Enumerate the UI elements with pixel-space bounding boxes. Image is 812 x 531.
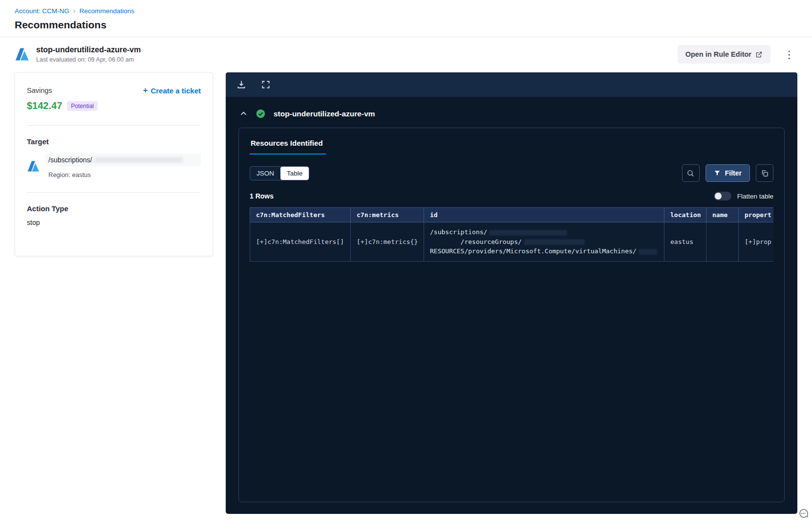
viewer-body: stop-underutilized-azure-vm Resources Id… — [226, 97, 797, 514]
target-region: Region: eastus — [45, 171, 201, 178]
tabs-row: Resources Identified — [250, 138, 773, 155]
viewer-rule-title: stop-underutilized-azure-vm — [274, 110, 375, 118]
flatten-label: Flatten table — [737, 193, 773, 200]
cell-properties-expander[interactable]: [+]prop — [739, 222, 774, 262]
view-mode-table[interactable]: Table — [280, 167, 309, 180]
resources-table: c7n:MatchedFilters c7n:metrics id locati… — [250, 207, 773, 262]
plus-icon: + — [143, 86, 148, 95]
filter-label: Filter — [725, 169, 742, 177]
chevron-up-icon[interactable] — [239, 110, 248, 118]
action-type-value: stop — [27, 219, 201, 226]
main-content: Savings + Create a ticket $142.47 Potent… — [0, 72, 812, 514]
cell-metrics-expander[interactable]: [+]c7n:metrics{} — [351, 222, 424, 262]
id-line-3: RESOURCES/providers/Microsoft.Compute/vi… — [430, 247, 637, 255]
col-name: name — [706, 208, 739, 222]
redacted-text — [524, 239, 585, 245]
breadcrumb-separator-icon: › — [73, 7, 76, 15]
viewer-title-row: stop-underutilized-azure-vm — [238, 104, 785, 128]
filter-icon — [714, 170, 721, 177]
redacted-text — [639, 249, 657, 255]
breadcrumb-recommendations-link[interactable]: Recommendations — [79, 7, 134, 15]
cell-id: /subscriptions/ /resourceGroups/ RESOURC… — [424, 222, 664, 262]
table-row: [+]c7n:MatchedFilters[] [+]c7n:metrics{}… — [250, 222, 774, 262]
cell-location: eastus — [664, 222, 706, 262]
copy-icon — [761, 169, 769, 177]
col-metrics: c7n:metrics — [351, 208, 424, 222]
create-ticket-label: Create a ticket — [150, 87, 201, 95]
rule-last-evaluated: Last evaluated on: 09 Apr, 06:00 am — [36, 56, 141, 63]
target-label: Target — [27, 137, 201, 146]
tab-resources-identified[interactable]: Resources Identified — [250, 138, 326, 155]
cell-matched-filters-expander[interactable]: [+]c7n:MatchedFilters[] — [250, 222, 351, 262]
success-check-icon — [256, 109, 266, 119]
support-chat-icon[interactable] — [797, 508, 809, 519]
download-icon[interactable] — [236, 80, 246, 89]
cell-name — [706, 222, 739, 262]
copy-button[interactable] — [756, 164, 773, 182]
rule-header: stop-underutilized-azure-vm Last evaluat… — [0, 37, 812, 72]
view-mode-json[interactable]: JSON — [250, 167, 280, 180]
controls-row: JSON Table — [250, 164, 773, 182]
flatten-toggle[interactable] — [714, 192, 731, 200]
view-mode-toggle: JSON Table — [250, 166, 309, 180]
external-link-icon — [755, 51, 763, 58]
breadcrumb: Account: CCM-NG › Recommendations — [15, 7, 797, 15]
id-line-1: /subscriptions/ — [430, 228, 487, 236]
flatten-control: Flatten table — [714, 192, 773, 200]
search-button[interactable] — [682, 164, 700, 182]
app-root: Account: CCM-NG › Recommendations Recomm… — [0, 0, 812, 514]
col-location: location — [664, 208, 706, 222]
resources-container: Resources Identified JSON Table — [238, 128, 785, 502]
savings-card: Savings + Create a ticket $142.47 Potent… — [15, 72, 213, 256]
card-divider — [27, 192, 201, 193]
rows-count: 1 Rows — [250, 192, 274, 200]
target-row: /subscriptions/ Region: eastus — [27, 154, 201, 178]
open-rule-editor-label: Open in Rule Editor — [685, 50, 751, 58]
col-properties: propert — [739, 208, 774, 222]
redacted-text — [489, 230, 567, 236]
card-divider — [27, 125, 201, 126]
breadcrumb-account-link[interactable]: Account: CCM-NG — [15, 7, 69, 15]
page-header: Account: CCM-NG › Recommendations Recomm… — [0, 0, 812, 37]
page-title: Recommendations — [15, 19, 797, 31]
viewer-toolbar — [226, 72, 797, 97]
table-header-row: c7n:MatchedFilters c7n:metrics id locati… — [250, 208, 774, 222]
open-rule-editor-button[interactable]: Open in Rule Editor — [678, 45, 770, 64]
filter-button[interactable]: Filter — [705, 164, 750, 182]
resources-table-wrapper: c7n:MatchedFilters c7n:metrics id locati… — [250, 207, 773, 262]
fullscreen-icon[interactable] — [261, 80, 271, 89]
search-icon — [686, 169, 695, 177]
savings-label: Savings — [27, 87, 52, 94]
action-type-label: Action Type — [27, 204, 201, 213]
rule-titles: stop-underutilized-azure-vm Last evaluat… — [36, 45, 141, 63]
azure-icon — [27, 160, 40, 173]
potential-badge: Potential — [67, 101, 98, 111]
col-matched-filters: c7n:MatchedFilters — [250, 208, 351, 222]
rows-row: 1 Rows Flatten table — [250, 192, 773, 200]
col-id: id — [424, 208, 664, 222]
resources-viewer-panel: stop-underutilized-azure-vm Resources Id… — [226, 72, 797, 514]
target-path: /subscriptions/ — [48, 156, 92, 164]
savings-amount: $142.47 — [27, 100, 62, 111]
id-line-2: /resourceGroups/ — [430, 238, 522, 245]
create-ticket-link[interactable]: + Create a ticket — [143, 86, 201, 95]
azure-icon — [15, 47, 29, 62]
more-options-button[interactable]: ⋮ — [781, 47, 797, 62]
redacted-text — [95, 157, 183, 163]
rule-title: stop-underutilized-azure-vm — [36, 45, 141, 54]
